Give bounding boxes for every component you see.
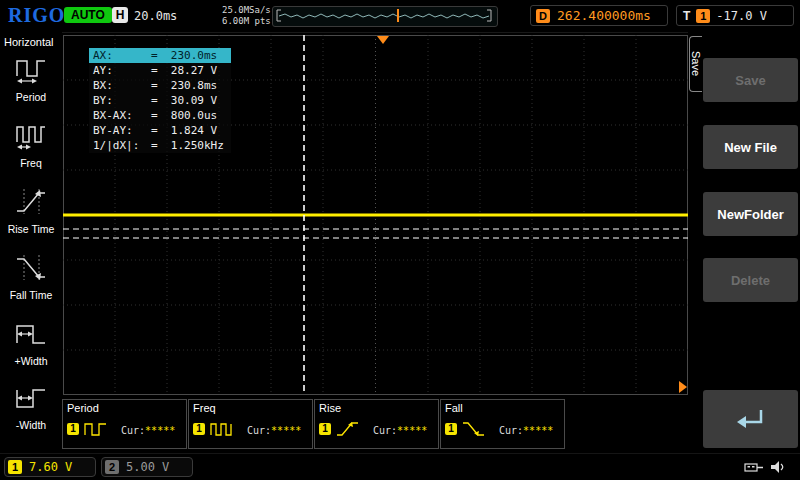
cursor-row-label: BY: bbox=[93, 93, 151, 108]
meas-row-value: ***** bbox=[523, 425, 553, 436]
meas-row-value: ***** bbox=[145, 425, 175, 436]
channel-badge: 1 bbox=[193, 423, 205, 435]
rise-time-icon bbox=[14, 186, 48, 218]
channel1-scale: 7.60 V bbox=[29, 460, 72, 474]
waveform-display: AX:= 230.0ms AY:= 28.27 V BX:= 230.8ms B… bbox=[63, 35, 688, 395]
channel-badge: 1 bbox=[319, 423, 331, 435]
menu-item-plus-width[interactable]: +Width bbox=[0, 318, 62, 367]
channel2-indicator[interactable]: 2 5.00 V bbox=[101, 457, 193, 477]
channel2-scale: 5.00 V bbox=[126, 460, 169, 474]
measure-category-title: Horizontal bbox=[0, 32, 62, 48]
cursor-row-label: BX: bbox=[93, 78, 151, 93]
sample-rate: 25.0MSa/s bbox=[222, 5, 271, 16]
menu-item-label: Freq bbox=[0, 157, 62, 169]
menu-item-rise-time[interactable]: Rise Time bbox=[0, 186, 62, 235]
cursor-row-ay: AY:= 28.27 V bbox=[89, 63, 231, 78]
fall-time-icon bbox=[14, 252, 48, 284]
cursor-row-bx-ax: BX-AX:= 800.0us bbox=[89, 108, 231, 123]
period-meas-icon bbox=[84, 420, 108, 438]
meas-row-value: ***** bbox=[397, 425, 427, 436]
measurement-name: Rise bbox=[319, 402, 341, 414]
channel-badge: 1 bbox=[445, 423, 457, 435]
back-button[interactable] bbox=[703, 390, 798, 448]
delay-value: 262.400000ms bbox=[557, 8, 651, 23]
cursor-row-value: = 30.09 V bbox=[151, 93, 217, 108]
run-status-badge[interactable]: AUTO bbox=[64, 7, 112, 23]
meas-row-label: Cur: bbox=[247, 425, 271, 436]
menu-tab-save: Save bbox=[689, 36, 702, 92]
measurement-name: Fall bbox=[445, 402, 463, 414]
timebase-value: 20.0ms bbox=[134, 9, 177, 23]
measurement-name: Freq bbox=[193, 402, 216, 414]
menu-item-period[interactable]: Period bbox=[0, 54, 62, 103]
top-status-bar: RIGOL AUTO H 20.0ms 25.0MSa/s 6.00M pts … bbox=[0, 0, 800, 33]
meas-row-label: Cur: bbox=[499, 425, 523, 436]
menu-item-label: +Width bbox=[0, 355, 62, 367]
plus-width-icon bbox=[14, 318, 48, 350]
new-folder-button[interactable]: NewFolder bbox=[703, 192, 798, 236]
delay-indicator: D 262.400000ms bbox=[530, 5, 668, 26]
delay-badge: D bbox=[536, 9, 550, 23]
bottom-status-bar: 1 7.60 V 2 5.00 V bbox=[0, 453, 800, 480]
cursor-row-label: AY: bbox=[93, 63, 151, 78]
memory-depth: 6.00M pts bbox=[222, 16, 271, 27]
trigger-label: T bbox=[683, 9, 690, 23]
channel2-badge: 2 bbox=[105, 460, 119, 474]
minus-width-icon bbox=[14, 382, 48, 414]
save-button[interactable]: Save bbox=[703, 58, 798, 102]
measurement-box-period[interactable]: Period 1 Cur:***** Avg:***** Max:***** M… bbox=[62, 399, 187, 449]
period-icon bbox=[14, 54, 48, 86]
freq-meas-icon bbox=[210, 420, 234, 438]
channel-badge: 1 bbox=[67, 423, 79, 435]
trigger-level-offscreen-marker[interactable] bbox=[679, 381, 687, 393]
channel1-badge: 1 bbox=[8, 460, 22, 474]
left-measure-menu: Horizontal Period Freq Rise Time bbox=[0, 32, 62, 453]
trigger-indicator: T 1 -17.0 V bbox=[676, 5, 794, 26]
cursor-row-value: = 1.250kHz bbox=[151, 138, 224, 153]
cursor-row-label: AX: bbox=[93, 48, 151, 63]
cursor-row-value: = 230.0ms bbox=[151, 48, 217, 63]
cursor-row-bx: BX:= 230.8ms bbox=[89, 78, 231, 93]
delete-button[interactable]: Delete bbox=[703, 258, 798, 302]
measurement-strip: Period 1 Cur:***** Avg:***** Max:***** M… bbox=[62, 399, 566, 451]
menu-item-freq[interactable]: Freq bbox=[0, 120, 62, 169]
menu-item-label: -Width bbox=[0, 419, 62, 431]
cursor-row-value: = 230.8ms bbox=[151, 78, 217, 93]
new-file-button[interactable]: New File bbox=[703, 125, 798, 169]
cursor-row-by-ay: BY-AY:= 1.824 V bbox=[89, 123, 231, 138]
memory-waveform-strip bbox=[272, 6, 498, 27]
meas-row-label: Cur: bbox=[373, 425, 397, 436]
cursor-row-value: = 800.0us bbox=[151, 108, 217, 123]
usb-icon bbox=[744, 460, 764, 475]
measurement-name: Period bbox=[67, 402, 99, 414]
cursor-row-label: BX-AX: bbox=[93, 108, 151, 123]
horizontal-badge: H bbox=[112, 7, 128, 23]
acquisition-info: 25.0MSa/s 6.00M pts bbox=[222, 5, 271, 27]
menu-item-fall-time[interactable]: Fall Time bbox=[0, 252, 62, 301]
menu-item-label: Period bbox=[0, 91, 62, 103]
cursor-row-value: = 1.824 V bbox=[151, 123, 217, 138]
cursor-row-ax: AX:= 230.0ms bbox=[89, 48, 231, 63]
cursor-row-inv-dx: 1/|dX|:= 1.250kHz bbox=[89, 138, 231, 153]
fall-meas-icon bbox=[462, 420, 486, 438]
right-softkey-menu: Save Save New File NewFolder Delete bbox=[688, 32, 800, 453]
meas-row-label: Cur: bbox=[121, 425, 145, 436]
measurement-box-freq[interactable]: Freq 1 Cur:***** Avg:***** Max:***** Min… bbox=[188, 399, 313, 449]
trigger-position-marker[interactable] bbox=[377, 36, 389, 44]
cursor-row-by: BY:= 30.09 V bbox=[89, 93, 231, 108]
trigger-level-value: -17.0 V bbox=[716, 9, 767, 23]
trigger-source-badge: 1 bbox=[696, 9, 710, 23]
cursor-measurement-panel: AX:= 230.0ms AY:= 28.27 V BX:= 230.8ms B… bbox=[89, 48, 231, 153]
menu-item-label: Rise Time bbox=[0, 223, 62, 235]
freq-icon bbox=[14, 120, 48, 152]
measurement-box-rise[interactable]: Rise 1 Cur:***** Avg:***** Max:***** Min… bbox=[314, 399, 439, 449]
menu-item-minus-width[interactable]: -Width bbox=[0, 382, 62, 431]
measurement-box-fall[interactable]: Fall 1 Cur:***** Avg:***** Max:***** Min… bbox=[440, 399, 565, 449]
return-arrow-icon bbox=[735, 406, 767, 432]
channel1-indicator[interactable]: 1 7.60 V bbox=[4, 457, 96, 477]
meas-row-value: ***** bbox=[271, 425, 301, 436]
cursor-row-label: BY-AY: bbox=[93, 123, 151, 138]
rise-meas-icon bbox=[336, 420, 360, 438]
cursor-row-label: 1/|dX|: bbox=[93, 138, 151, 153]
menu-item-label: Fall Time bbox=[0, 289, 62, 301]
